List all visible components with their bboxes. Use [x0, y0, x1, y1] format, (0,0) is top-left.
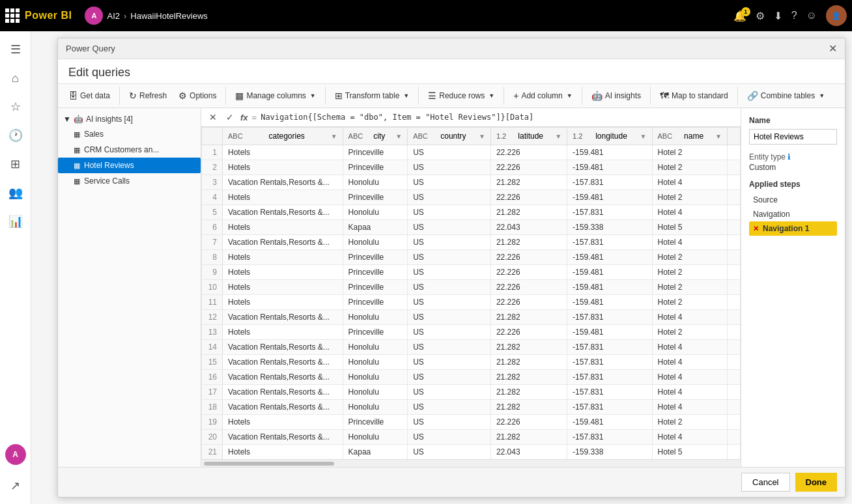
- table-row[interactable]: 3Vacation Rentals,Resorts &...HonoluluUS…: [202, 175, 741, 190]
- col-header-categories[interactable]: ABC categories ▼: [223, 128, 343, 145]
- step-navigation[interactable]: Navigation: [749, 207, 837, 221]
- table-row[interactable]: 12Vacation Rentals,Resorts &...HonoluluU…: [202, 310, 741, 325]
- table-row[interactable]: 16Vacation Rentals,Resorts &...HonoluluU…: [202, 370, 741, 385]
- table-cell: Princeville: [343, 265, 408, 280]
- col-header-country[interactable]: ABC country ▼: [408, 128, 491, 145]
- query-item-hotel-reviews[interactable]: ▦ Hotel Reviews: [58, 158, 201, 173]
- settings-button[interactable]: ⚙: [756, 10, 765, 22]
- formula-input[interactable]: [261, 113, 735, 122]
- table-row[interactable]: 20Vacation Rentals,Resorts &...HonoluluU…: [202, 430, 741, 445]
- table-cell: Hotel 5: [652, 445, 727, 460]
- sidebar-metrics[interactable]: 📊: [3, 208, 29, 234]
- query-group-ai-insights[interactable]: ▼ 🤖 AI insights [4]: [58, 112, 201, 126]
- map-to-standard-button[interactable]: 🗺 Map to standard: [655, 88, 733, 104]
- query-item-service-calls[interactable]: ▦ Service Calls: [58, 173, 201, 189]
- table-cell: US: [408, 385, 491, 400]
- applied-steps-title: Applied steps: [749, 180, 837, 189]
- formula-cancel-button[interactable]: ✕: [206, 111, 220, 124]
- notification-badge: 1: [741, 7, 750, 16]
- query-label-crm: CRM Customers an...: [84, 145, 159, 154]
- toolbar-separator-7: [650, 87, 651, 105]
- table-row[interactable]: 4HotelsPrincevilleUS22.226-159.481Hotel …: [202, 190, 741, 205]
- sidebar-favorites[interactable]: ☆: [3, 94, 29, 120]
- table-cell: US: [408, 205, 491, 220]
- reduce-rows-button[interactable]: ☰ Reduce rows ▼: [423, 88, 500, 104]
- table-cell: Princeville: [343, 325, 408, 340]
- step-navigation1[interactable]: ✕ Navigation 1: [749, 221, 837, 236]
- user-avatar[interactable]: 👤: [826, 5, 847, 26]
- sidebar-people[interactable]: 👥: [3, 180, 29, 206]
- refresh-button[interactable]: ↻ Refresh: [124, 88, 172, 104]
- refresh-icon: ↻: [129, 91, 137, 101]
- table-row[interactable]: 2HotelsPrincevilleUS22.226-159.481Hotel …: [202, 160, 741, 175]
- table-row[interactable]: 18Vacation Rentals,Resorts &...HonoluluU…: [202, 400, 741, 415]
- col-filter-name[interactable]: ▼: [715, 133, 722, 140]
- row-number: 5: [202, 205, 223, 220]
- name-section-title: Name: [749, 116, 837, 125]
- help-button[interactable]: ?: [791, 10, 797, 21]
- grid-container[interactable]: ABC categories ▼ ABC city ▼: [201, 127, 741, 459]
- table-row[interactable]: 5Vacation Rentals,Resorts &...HonoluluUS…: [202, 205, 741, 220]
- col-header-latitude[interactable]: 1.2 latitude ▼: [490, 128, 567, 145]
- col-filter-latitude[interactable]: ▼: [555, 133, 561, 140]
- toolbar-separator-2: [225, 87, 226, 105]
- table-row[interactable]: 1HotelsPrincevilleUS22.226-159.481Hotel …: [202, 145, 741, 160]
- add-column-button[interactable]: + Add column ▼: [508, 88, 577, 104]
- table-row[interactable]: 7Vacation Rentals,Resorts &...HonoluluUS…: [202, 235, 741, 250]
- combine-tables-button[interactable]: 🔗 Combine tables ▼: [742, 88, 830, 104]
- options-button[interactable]: ⚙ Options: [173, 88, 221, 104]
- download-button[interactable]: ⬇: [774, 10, 782, 22]
- table-cell: Vacation Rentals,Resorts &...: [223, 355, 343, 370]
- done-button[interactable]: Done: [795, 473, 838, 492]
- table-cell: 22.226: [490, 280, 567, 295]
- table-row[interactable]: 9HotelsPrincevilleUS22.226-159.481Hotel …: [202, 265, 741, 280]
- top-bar-right: 🔔 1 ⚙ ⬇ ? ☺ 👤: [733, 5, 847, 26]
- sidebar-user[interactable]: A: [5, 444, 26, 465]
- dialog-close-button[interactable]: ✕: [829, 42, 837, 55]
- col-header-name[interactable]: ABC name ▼: [652, 128, 727, 145]
- table-cell: US: [408, 430, 491, 445]
- step-source[interactable]: Source: [749, 193, 837, 207]
- scrollbar-thumb[interactable]: [204, 462, 334, 466]
- notifications-button[interactable]: 🔔 1: [733, 10, 746, 22]
- table-cell: -159.481: [567, 250, 652, 265]
- table-row[interactable]: 10HotelsPrincevilleUS22.226-159.481Hotel…: [202, 280, 741, 295]
- col-filter-categories[interactable]: ▼: [331, 133, 337, 140]
- table-row[interactable]: 13HotelsPrincevilleUS22.226-159.481Hotel…: [202, 325, 741, 340]
- sidebar-apps[interactable]: ⊞: [3, 151, 29, 177]
- table-cell: Vacation Rentals,Resorts &...: [223, 235, 343, 250]
- sidebar-external-link[interactable]: ↗: [3, 473, 29, 499]
- table-cell: Hotel 4: [652, 385, 727, 400]
- sidebar-recent[interactable]: 🕐: [3, 122, 29, 148]
- table-row[interactable]: 21HotelsKapaaUS22.043-159.338Hotel 5: [202, 445, 741, 460]
- formula-confirm-button[interactable]: ✓: [223, 111, 236, 124]
- table-row[interactable]: 14Vacation Rentals,Resorts &...HonoluluU…: [202, 340, 741, 355]
- table-row[interactable]: 6HotelsKapaaUS22.043-159.338Hotel 5: [202, 220, 741, 235]
- table-row[interactable]: 11HotelsPrincevilleUS22.226-159.481Hotel…: [202, 295, 741, 310]
- query-item-sales[interactable]: ▦ Sales: [58, 126, 201, 142]
- step-delete-icon[interactable]: ✕: [753, 225, 759, 233]
- transform-icon: ⊞: [335, 91, 343, 101]
- horizontal-scrollbar[interactable]: [201, 459, 741, 467]
- table-row[interactable]: 8HotelsPrincevilleUS22.226-159.481Hotel …: [202, 250, 741, 265]
- ai-insights-button[interactable]: 🤖 AI insights: [586, 88, 646, 104]
- col-filter-city[interactable]: ▼: [395, 133, 402, 140]
- feedback-button[interactable]: ☺: [806, 10, 817, 21]
- sidebar-home[interactable]: ⌂: [3, 65, 29, 91]
- col-filter-longitude[interactable]: ▼: [640, 133, 647, 140]
- sidebar-menu[interactable]: ☰: [3, 36, 29, 63]
- col-header-city[interactable]: ABC city ▼: [343, 128, 408, 145]
- waffle-icon[interactable]: [5, 8, 20, 23]
- table-row[interactable]: 15Vacation Rentals,Resorts &...HonoluluU…: [202, 355, 741, 370]
- table-row[interactable]: 19HotelsPrincevilleUS22.226-159.481Hotel…: [202, 415, 741, 430]
- col-header-longitude[interactable]: 1.2 longitude ▼: [567, 128, 652, 145]
- toolbar-separator-8: [737, 87, 738, 105]
- query-item-crm[interactable]: ▦ CRM Customers an...: [58, 142, 201, 158]
- col-filter-country[interactable]: ▼: [479, 133, 485, 140]
- get-data-button[interactable]: 🗄 Get data: [63, 88, 115, 104]
- cancel-button[interactable]: Cancel: [741, 473, 789, 492]
- transform-table-button[interactable]: ⊞ Transform table ▼: [330, 88, 415, 104]
- manage-columns-button[interactable]: ▦ Manage columns ▼: [230, 88, 320, 104]
- table-row[interactable]: 17Vacation Rentals,Resorts &...HonoluluU…: [202, 385, 741, 400]
- query-name-input[interactable]: [749, 129, 837, 145]
